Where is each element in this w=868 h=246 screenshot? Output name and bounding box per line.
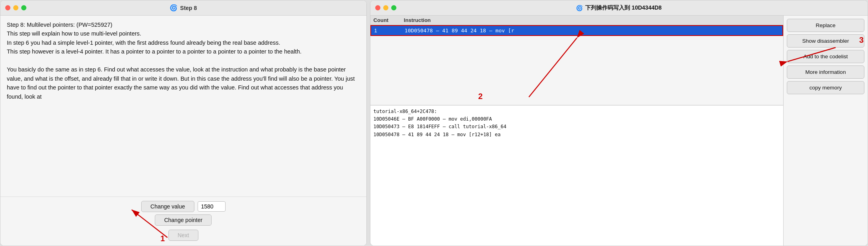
left-window-controls (5, 5, 26, 10)
next-button[interactable]: Next (168, 230, 198, 241)
change-value-row: Change value (141, 201, 225, 212)
col-header-instruction: Instruction (404, 17, 780, 23)
right-titlebar: 🌀 下列操作码写入到 10D4344D8 (370, 0, 868, 16)
more-information-button[interactable]: More information (787, 65, 864, 79)
row-count: 1 (374, 28, 398, 34)
right-sidebar: Replace Show disassembler Add to the cod… (784, 16, 868, 246)
close-button[interactable] (5, 5, 10, 10)
right-window-title: 🌀 下列操作码写入到 10D4344D8 (576, 4, 662, 12)
disasm-line-1: tutorial-x86_64+2C478: (374, 108, 780, 115)
left-titlebar: 🌀 Step 8 (0, 0, 366, 16)
right-body: Count Instruction 1 10D050478 – 41 89 44… (370, 16, 868, 246)
right-window-controls (375, 5, 396, 10)
arrow-2-overlay (370, 25, 783, 105)
add-to-codelist-button[interactable]: Add to the codelist (787, 50, 864, 63)
right-maximize-button[interactable] (391, 5, 396, 10)
right-title-text: 下列操作码写入到 10D4344D8 (585, 4, 662, 12)
right-minimize-button[interactable] (383, 5, 388, 10)
table-header: Count Instruction (370, 16, 783, 25)
col-header-count: Count (374, 17, 398, 23)
table-body: 1 10D050478 – 41 89 44 24 18 – mov [r 2 (370, 25, 783, 105)
copy-memory-button[interactable]: copy memory (787, 81, 864, 94)
change-value-button[interactable]: Change value (141, 201, 194, 212)
content-line-4: This step however is a level-4 pointer. … (7, 47, 360, 56)
disasm-line-3: 10D050473 – E8 1814FEFF – call tutorial-… (374, 123, 780, 131)
left-title-text: Step 8 (180, 5, 197, 11)
right-title-icon: 🌀 (576, 5, 583, 11)
content-line-1: Step 8: Multilevel pointers: (PW=525927) (7, 20, 360, 29)
content-line-3: In step 6 you had a simple level-1 point… (7, 38, 360, 47)
left-window-title: 🌀 Step 8 (170, 4, 197, 12)
annotation-3: 3 (859, 36, 864, 45)
right-close-button[interactable] (375, 5, 380, 10)
maximize-button[interactable] (21, 5, 26, 10)
annotation-1: 1 (160, 234, 165, 243)
content-line-2: This step will explain how to use multi-… (7, 29, 360, 38)
title-icon: 🌀 (170, 4, 178, 12)
right-window: 🌀 下列操作码写入到 10D4344D8 Count Instruction 1… (370, 0, 868, 246)
replace-button[interactable]: Replace (787, 19, 864, 32)
disasm-line-4: 10D050478 – 41 89 44 24 18 – mov [r12+18… (374, 131, 780, 139)
left-window: 🌀 Step 8 Step 8: Multilevel pointers: (P… (0, 0, 367, 246)
disasm-section: tutorial-x86_64+2C478: 10D05046E – BF A0… (370, 105, 783, 246)
disasm-line-2: 10D05046E – BF A00F0000 – mov edi,00000F… (374, 115, 780, 123)
table-row[interactable]: 1 10D050478 – 41 89 44 24 18 – mov [r (370, 25, 783, 36)
right-left-panel: Count Instruction 1 10D050478 – 41 89 44… (370, 16, 784, 246)
row-instruction: 10D050478 – 41 89 44 24 18 – mov [r (405, 28, 779, 34)
minimize-button[interactable] (13, 5, 18, 10)
show-disassembler-button[interactable]: Show disassembler (787, 34, 864, 48)
content-line-5: You basicly do the same as in step 6. Fi… (7, 65, 360, 101)
left-content-area: Step 8: Multilevel pointers: (PW=525927)… (0, 16, 366, 196)
svg-line-3 (529, 38, 577, 97)
change-pointer-button[interactable]: Change pointer (155, 214, 212, 226)
annotation-2: 2 (478, 92, 483, 101)
left-footer: Change value Change pointer Next 1 (0, 196, 366, 246)
change-value-input[interactable] (198, 201, 226, 212)
